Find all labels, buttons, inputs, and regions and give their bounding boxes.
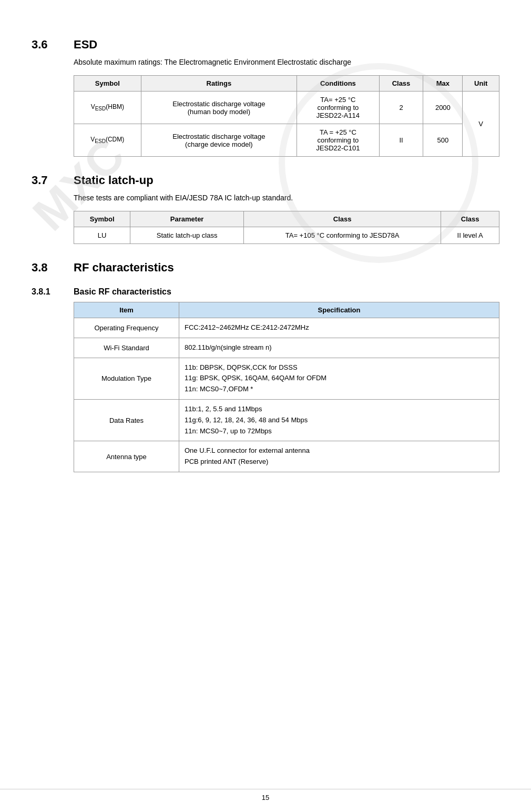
esd-hbm-conditions: TA= +25 °Cconforming toJESD22-A114 (297, 92, 379, 124)
esd-col-ratings: Ratings (141, 76, 297, 92)
latch-lu-class2: II level A (441, 227, 499, 244)
section-381-number: 3.8.1 (32, 287, 74, 297)
section-36-heading: 3.6 ESD (32, 38, 499, 52)
rf-header-row: Item Specification (74, 302, 499, 318)
page-footer: 15 (0, 789, 531, 801)
section-37-title: Static latch-up (74, 174, 154, 187)
esd-row-cdm: VESD(CDM) Electrostatic discharge voltag… (74, 124, 499, 157)
section-36-title: ESD (74, 38, 97, 52)
latch-col-symbol: Symbol (74, 211, 130, 227)
rf-row-freq: Operating Frequency FCC:2412~2462MHz CE:… (74, 318, 499, 338)
rf-modulation-spec: 11b: DBPSK, DQPSK,CCK for DSSS 11g: BPSK… (179, 358, 499, 399)
rf-table: Item Specification Operating Frequency F… (74, 302, 499, 472)
esd-hbm-max: 2000 (423, 92, 463, 124)
rf-row-standard: Wi-Fi Standard 802.11b/g/n(single stream… (74, 338, 499, 358)
page: MXC IP 3.6 ESD Absolute maximum ratings:… (0, 0, 531, 812)
esd-table-header-row: Symbol Ratings Conditions Class Max Unit (74, 76, 499, 92)
esd-table: Symbol Ratings Conditions Class Max Unit… (74, 75, 499, 157)
latch-lu-parameter: Static latch-up class (130, 227, 244, 244)
section-38-number: 3.8 (32, 261, 74, 275)
section-36-description: Absolute maximum ratings: The Electromag… (74, 57, 499, 68)
section-381-title: Basic RF characteristics (74, 287, 171, 297)
page-number: 15 (262, 794, 269, 801)
rf-standard-item: Wi-Fi Standard (74, 338, 179, 358)
rf-datarates-spec: 11b:1, 2, 5.5 and 11Mbps 11g:6, 9, 12, 1… (179, 399, 499, 441)
esd-row-hbm: VESD(HBM) Electrostatic discharge voltag… (74, 92, 499, 124)
section-37-number: 3.7 (32, 174, 74, 187)
rf-col-item: Item (74, 302, 179, 318)
esd-cdm-max: 500 (423, 124, 463, 157)
esd-cdm-conditions: TA = +25 °Cconforming toJESD22-C101 (297, 124, 379, 157)
rf-modulation-item: Modulation Type (74, 358, 179, 399)
latch-table: Symbol Parameter Class Class LU Static l… (74, 211, 499, 244)
rf-freq-spec: FCC:2412~2462MHz CE:2412-2472MHz (179, 318, 499, 338)
esd-hbm-class: 2 (379, 92, 423, 124)
rf-antenna-item: Antenna type (74, 441, 179, 472)
latch-col-class1: Class (243, 211, 441, 227)
latch-lu-symbol: LU (74, 227, 130, 244)
rf-datarates-item: Data Rates (74, 399, 179, 441)
esd-col-conditions: Conditions (297, 76, 379, 92)
rf-row-antenna: Antenna type One U.F.L connector for ext… (74, 441, 499, 472)
section-36-number: 3.6 (32, 38, 74, 52)
rf-standard-spec: 802.11b/g/n(single stream n) (179, 338, 499, 358)
esd-col-max: Max (423, 76, 463, 92)
latch-table-container: Symbol Parameter Class Class LU Static l… (74, 211, 499, 244)
rf-row-datarates: Data Rates 11b:1, 2, 5.5 and 11Mbps 11g:… (74, 399, 499, 441)
latch-header-row: Symbol Parameter Class Class (74, 211, 499, 227)
rf-antenna-spec: One U.F.L connector for external antenna… (179, 441, 499, 472)
latch-col-class2: Class (441, 211, 499, 227)
section-37-description: These tests are compliant with EIA/JESD … (74, 192, 499, 204)
section-381-heading: 3.8.1 Basic RF characteristics (32, 287, 499, 297)
section-38-title: RF characteristics (74, 261, 174, 275)
esd-cdm-ratings: Electrostatic discharge voltage(charge d… (141, 124, 297, 157)
latch-row-lu: LU Static latch-up class TA= +105 °C con… (74, 227, 499, 244)
esd-cdm-symbol: VESD(CDM) (74, 124, 141, 157)
esd-hbm-symbol: VESD(HBM) (74, 92, 141, 124)
rf-table-container: Item Specification Operating Frequency F… (74, 302, 499, 472)
esd-col-symbol: Symbol (74, 76, 141, 92)
section-38-heading: 3.8 RF characteristics (32, 261, 499, 275)
esd-hbm-ratings: Electrostatic discharge voltage(human bo… (141, 92, 297, 124)
latch-col-parameter: Parameter (130, 211, 244, 227)
watermark-text2: IP (0, 360, 15, 430)
section-37-heading: 3.7 Static latch-up (32, 174, 499, 187)
esd-col-unit: Unit (463, 76, 499, 92)
esd-unit: V (463, 92, 499, 157)
rf-freq-item: Operating Frequency (74, 318, 179, 338)
esd-col-class: Class (379, 76, 423, 92)
latch-lu-class1: TA= +105 °C conforming to JESD78A (243, 227, 441, 244)
rf-col-spec: Specification (179, 302, 499, 318)
rf-row-modulation: Modulation Type 11b: DBPSK, DQPSK,CCK fo… (74, 358, 499, 399)
esd-table-container: Symbol Ratings Conditions Class Max Unit… (74, 75, 499, 157)
esd-cdm-class: II (379, 124, 423, 157)
